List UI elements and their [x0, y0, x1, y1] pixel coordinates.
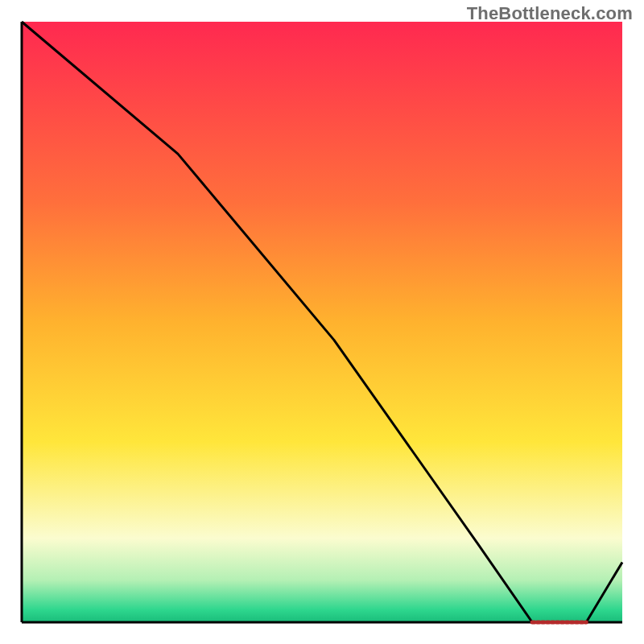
gradient-background: [22, 22, 622, 622]
chart-svg: [0, 0, 644, 644]
chart-container: TheBottleneck.com: [0, 0, 644, 644]
watermark-text: TheBottleneck.com: [467, 3, 633, 24]
